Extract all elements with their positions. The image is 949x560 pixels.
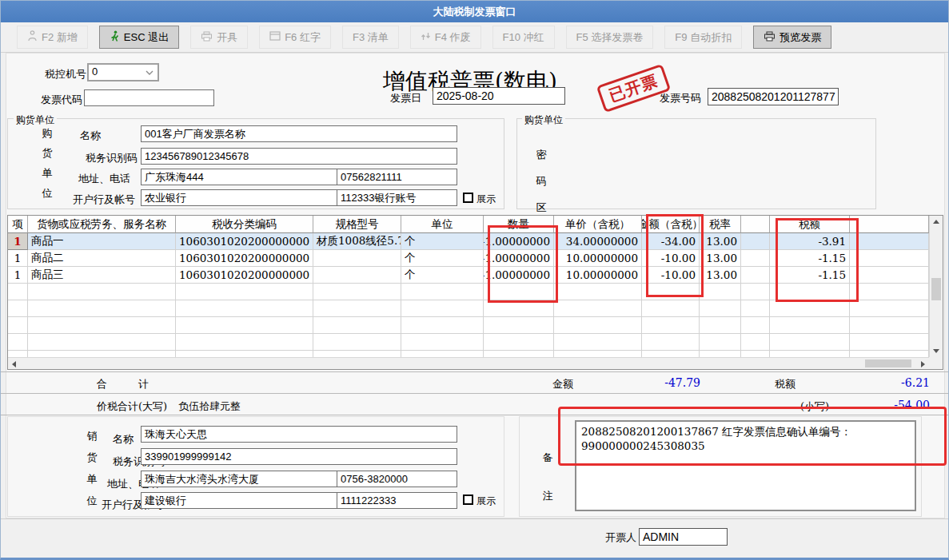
- select-roll-f5-button[interactable]: F5 选择发票卷: [566, 26, 654, 49]
- cell-unit[interactable]: 个: [401, 233, 484, 250]
- buyer-taxid-field[interactable]: 123456789012345678: [141, 148, 457, 165]
- seller-phone-field[interactable]: 0756-3820000: [337, 471, 457, 487]
- title-bar[interactable]: 大陆税制发票窗口: [1, 1, 948, 22]
- button-label: F3 清单: [353, 30, 389, 45]
- esc-exit-button[interactable]: ESC 退出: [99, 26, 179, 49]
- scroll-right-icon[interactable]: [921, 361, 925, 367]
- table-row[interactable]: 1 商品三 1060301020200000000 个 -1.00000000 …: [8, 267, 929, 284]
- cell-code[interactable]: 1060301020200000000: [176, 233, 313, 250]
- auto-discount-f9-button[interactable]: F9 自动折扣: [664, 26, 742, 49]
- cell-qty[interactable]: -1.00000000: [484, 267, 554, 284]
- vertical-scroll-thumb[interactable]: [931, 278, 941, 300]
- cell-spec[interactable]: [313, 250, 401, 267]
- cell-filler[interactable]: [850, 233, 929, 250]
- seller-name-field[interactable]: 珠海天心天思: [141, 426, 457, 443]
- empty-row[interactable]: [8, 334, 929, 351]
- cell-amount[interactable]: -34.00: [642, 233, 700, 250]
- invoice-date-label: 发票日: [390, 91, 421, 105]
- table-row[interactable]: 1 商品一 1060301020200000000 材质1008线径5.75 个…: [8, 233, 929, 250]
- cell-spec[interactable]: [313, 267, 401, 284]
- invoice-date-field[interactable]: 2025-08-20: [433, 87, 565, 105]
- cell-qty[interactable]: -1.00000000: [484, 250, 554, 267]
- issue-button[interactable]: 开具: [190, 26, 248, 49]
- buyer-bank-label: 开户行及帐号: [73, 193, 135, 207]
- button-label: ESC 退出: [124, 30, 169, 45]
- scroll-left-icon[interactable]: [12, 361, 16, 367]
- scroll-up-icon[interactable]: [933, 220, 939, 224]
- button-label: F5 选择发票卷: [576, 30, 644, 45]
- window-title: 大陆税制发票窗口: [433, 5, 516, 19]
- issuer-field[interactable]: ADMIN: [639, 528, 728, 546]
- cell-name[interactable]: 商品三: [28, 267, 176, 284]
- red-invoice-f6-button[interactable]: F6 红字: [259, 26, 331, 49]
- buyer-show-checkbox[interactable]: [463, 193, 473, 203]
- void-f4-button[interactable]: F4 作废: [410, 26, 481, 49]
- empty-row[interactable]: [8, 300, 929, 317]
- cell-unit[interactable]: 个: [401, 250, 484, 267]
- cell-tax[interactable]: -1.15: [770, 267, 850, 284]
- buyer-addr-field[interactable]: 广东珠海444: [141, 169, 337, 185]
- empty-row[interactable]: [8, 284, 929, 300]
- seller-addr-field[interactable]: 珠海吉大水湾头水湾大厦: [141, 471, 337, 487]
- cell-seq[interactable]: 1: [8, 233, 28, 250]
- cell-price[interactable]: 10.00000000: [554, 250, 642, 267]
- cell-filler[interactable]: [850, 250, 929, 267]
- cell-unit[interactable]: 个: [401, 267, 484, 284]
- cell-name[interactable]: 商品二: [28, 250, 176, 267]
- cell-seq[interactable]: 1: [8, 250, 28, 267]
- buyer-phone-field[interactable]: 07562821111: [337, 169, 457, 185]
- list-f3-button[interactable]: F3 清单: [342, 26, 399, 49]
- cell-code[interactable]: 1060301020200000000: [176, 267, 313, 284]
- horizontal-scroll-thumb[interactable]: [865, 359, 911, 367]
- total-tax-value: -6.21: [864, 376, 930, 389]
- cell-amount[interactable]: -10.00: [642, 250, 700, 267]
- col-qty: 数量: [484, 216, 554, 233]
- cell-seq[interactable]: 1: [8, 267, 28, 284]
- cell-amount[interactable]: -10.00: [642, 267, 700, 284]
- reverse-red-f10-button[interactable]: F10 冲红: [492, 26, 555, 49]
- col-filler: [850, 216, 929, 233]
- horizontal-scrollbar[interactable]: [8, 357, 929, 369]
- cell-rate[interactable]: 13.00: [700, 233, 741, 250]
- buyer-bank-field[interactable]: 农业银行: [141, 189, 337, 206]
- items-grid[interactable]: 项 货物或应税劳务、服务名称 税收分类编码 规格型号 单位 数量 单价（含税） …: [8, 216, 929, 357]
- new-f2-button[interactable]: F2 新增: [17, 26, 88, 49]
- divider: [1, 393, 948, 394]
- invoice-no-label: 发票号码: [660, 91, 701, 105]
- empty-row[interactable]: [8, 351, 929, 357]
- seller-taxid-field[interactable]: 339901999999142: [141, 448, 457, 465]
- cell-name[interactable]: 商品一: [28, 233, 176, 250]
- cell-qty[interactable]: -1.00000000: [484, 233, 554, 250]
- col-name: 货物或应税劳务、服务名称: [28, 216, 176, 233]
- seller-account-field[interactable]: 1111222333: [337, 492, 457, 509]
- buyer-side-label: 购货单位: [41, 123, 54, 203]
- buyer-account-field[interactable]: 112333银行账号: [337, 189, 457, 206]
- cell-price[interactable]: 10.00000000: [554, 267, 642, 284]
- cell-rate[interactable]: 13.00: [700, 250, 741, 267]
- cell-tax[interactable]: -1.15: [770, 250, 850, 267]
- cell-blank[interactable]: [741, 250, 770, 267]
- invoice-code-field[interactable]: [84, 89, 214, 106]
- tax-machine-combo[interactable]: 0: [87, 63, 159, 81]
- invoice-no-field[interactable]: 20882508201201127877: [708, 88, 839, 105]
- table-row[interactable]: 1 商品二 1060301020200000000 个 -1.00000000 …: [8, 250, 929, 267]
- toolbar: F2 新增 ESC 退出 开具 F6 红字 F3 清单 F4 作废 F10 冲红…: [1, 22, 948, 53]
- invoice-window: 大陆税制发票窗口 F2 新增 ESC 退出 开具 F6 红字 F3 清单 F4 …: [0, 0, 949, 560]
- chevron-down-icon[interactable]: [142, 65, 158, 80]
- cell-spec[interactable]: 材质1008线径5.75: [313, 233, 401, 250]
- cell-code[interactable]: 1060301020200000000: [176, 250, 313, 267]
- cell-blank[interactable]: [741, 267, 770, 284]
- cell-rate[interactable]: 13.00: [700, 267, 741, 284]
- cell-filler[interactable]: [850, 267, 929, 284]
- cell-tax[interactable]: -3.91: [770, 233, 850, 250]
- remark-textarea[interactable]: 20882508201200137867 红字发票信息确认单编号：9900000…: [575, 420, 916, 511]
- preview-invoice-button[interactable]: 预览发票: [753, 26, 831, 49]
- buyer-name-field[interactable]: 001客户厂商发票名称: [141, 125, 457, 142]
- seller-show-checkbox[interactable]: [463, 494, 473, 505]
- seller-bank-field[interactable]: 建设银行: [141, 492, 337, 509]
- cell-blank[interactable]: [741, 233, 770, 250]
- scroll-down-icon[interactable]: [933, 349, 939, 353]
- vertical-scrollbar[interactable]: [929, 216, 943, 357]
- cell-price[interactable]: 34.00000000: [554, 233, 642, 250]
- empty-row[interactable]: [8, 317, 929, 334]
